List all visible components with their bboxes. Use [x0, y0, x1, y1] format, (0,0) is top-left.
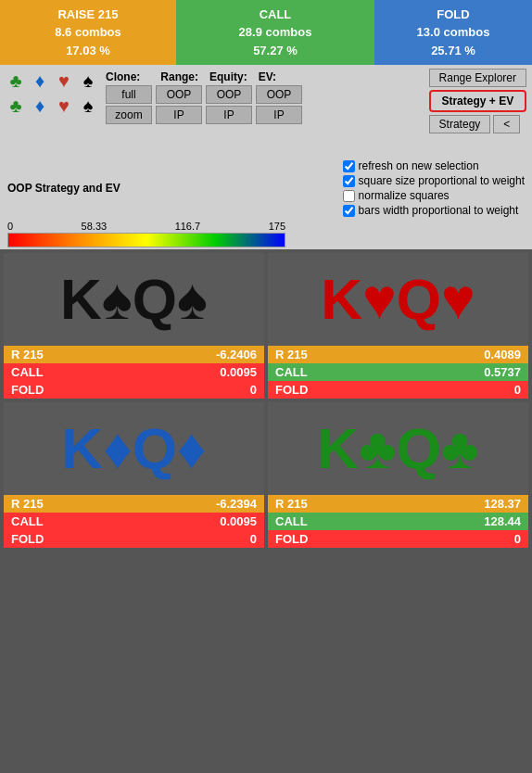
- clubs-icon: ♣: [6, 70, 26, 92]
- ev-rows-2: R 215 0.4089 CALL 0.5737 FOLD 0: [268, 346, 528, 399]
- square-size-label: square size proportional to weight: [359, 174, 525, 187]
- call-value-3: 0.0095: [220, 514, 257, 528]
- spade-suit-2: ♠: [177, 271, 208, 328]
- fold-label: FOLD: [437, 6, 469, 24]
- range-explorer-button[interactable]: Range Explorer: [429, 69, 526, 87]
- call-label-4: CALL: [275, 514, 308, 528]
- clone-label: Clone:: [106, 69, 140, 83]
- normalize-label: normalize squares: [359, 189, 450, 202]
- range-label: Range:: [160, 69, 198, 83]
- fold-value-1: 0: [250, 383, 257, 397]
- k-letter-2: K: [321, 271, 362, 328]
- diamonds-icon: ♦: [30, 70, 50, 92]
- heart-suit-2: ♥: [441, 271, 475, 328]
- bars-width-checkbox-row: bars width proportional to weight: [343, 204, 525, 217]
- ip-button-1[interactable]: IP: [156, 106, 202, 124]
- suit-icons: ♣ ♦ ♥ ♠ ♣ ♦ ♥ ♠: [6, 69, 98, 120]
- card-ks-qs: K ♠ Q ♠ R 215 -6.2406 CALL 0.0095 FOLD 0: [4, 253, 264, 399]
- top-action-bar: RAISE 215 8.6 combos 17.03 % CALL 28.9 c…: [0, 0, 532, 65]
- club-suit-1: ♣: [359, 420, 397, 477]
- right-buttons: Range Explorer Strategy + EV Strategy <: [429, 69, 526, 133]
- diamond-suit-2: ♦: [177, 420, 207, 477]
- zoom-button[interactable]: zoom: [106, 106, 152, 124]
- fold-value-3: 0: [250, 532, 257, 546]
- scale-0: 0: [7, 221, 13, 232]
- square-size-checkbox[interactable]: [343, 175, 355, 187]
- raise-combos: 8.6 combos: [55, 23, 121, 42]
- ev-label: EV:: [259, 69, 276, 83]
- k-letter-4: K: [317, 420, 359, 477]
- q-letter-4: Q: [397, 420, 441, 477]
- fold-label-2: FOLD: [275, 383, 308, 397]
- card-grid: K ♠ Q ♠ R 215 -6.2406 CALL 0.0095 FOLD 0…: [0, 249, 532, 551]
- raise-value-1: -6.2406: [216, 348, 257, 361]
- q-letter-1: Q: [133, 271, 177, 328]
- hearts-icon: ♥: [54, 70, 74, 92]
- suit-row-bottom: ♣ ♦ ♥ ♠: [6, 95, 98, 117]
- card-kh-qh: K ♥ Q ♥ R 215 0.4089 CALL 0.5737 FOLD 0: [268, 253, 528, 399]
- q-letter-2: Q: [397, 271, 441, 328]
- fold-section[interactable]: FOLD 13.0 combos 25.71 %: [374, 0, 532, 65]
- club-suit-2: ♣: [441, 420, 479, 477]
- ev-fold-1: FOLD 0: [4, 381, 264, 399]
- clubs-icon-2: ♣: [6, 95, 26, 117]
- raise-value-2: 0.4089: [484, 348, 521, 361]
- info-row: OOP Strategy and EV refresh on new selec…: [0, 158, 532, 249]
- ev-raise-3: R 215 -6.2394: [4, 495, 264, 513]
- raise-pct: 17.03 %: [66, 42, 110, 60]
- card-kd-qd: K ♦ Q ♦ R 215 -6.2394 CALL 0.0095 FOLD 0: [4, 402, 264, 548]
- ip-button-2[interactable]: IP: [206, 106, 252, 124]
- raise-label: RAISE 215: [57, 6, 118, 24]
- call-value-4: 128.44: [484, 514, 521, 528]
- call-label-3: CALL: [11, 514, 44, 528]
- bars-width-label: bars width proportional to weight: [359, 204, 519, 217]
- call-label-2: CALL: [275, 365, 308, 379]
- refresh-checkbox[interactable]: [343, 160, 355, 172]
- fold-label-4: FOLD: [275, 532, 308, 546]
- square-size-checkbox-row: square size proportional to weight: [343, 174, 525, 187]
- call-value-2: 0.5737: [484, 365, 521, 379]
- k-letter-3: K: [61, 420, 103, 477]
- equity-label: Equity:: [209, 69, 247, 83]
- color-scale-bar: [7, 233, 285, 247]
- arrow-button[interactable]: <: [493, 115, 520, 133]
- fold-value-2: 0: [514, 383, 521, 397]
- fold-label-1: FOLD: [11, 383, 44, 397]
- raise-value-4: 128.37: [484, 497, 521, 511]
- ev-fold-4: FOLD 0: [268, 530, 528, 548]
- q-letter-3: Q: [133, 420, 177, 477]
- strategy-ev-button[interactable]: Strategy + EV: [429, 90, 526, 112]
- oop-button-3[interactable]: OOP: [256, 85, 302, 104]
- call-combos: 28.9 combos: [239, 23, 312, 42]
- ev-rows-4: R 215 128.37 CALL 128.44 FOLD 0: [268, 495, 528, 548]
- card-display-kc-qc: K ♣ Q ♣: [268, 402, 528, 495]
- call-section[interactable]: CALL 28.9 combos 57.27 %: [176, 0, 374, 65]
- scale-116: 116.7: [175, 221, 201, 232]
- call-value-1: 0.0095: [220, 365, 257, 379]
- fold-combos: 13.0 combos: [417, 23, 490, 42]
- info-title: OOP Strategy and EV: [7, 182, 120, 195]
- controls-area: ♣ ♦ ♥ ♠ ♣ ♦ ♥ ♠ Clone: Range: Equity: EV…: [0, 65, 532, 158]
- suit-row-top: ♣ ♦ ♥ ♠: [6, 70, 98, 92]
- normalize-checkbox[interactable]: [343, 190, 355, 202]
- bars-width-checkbox[interactable]: [343, 205, 355, 217]
- fold-value-4: 0: [514, 532, 521, 546]
- diamonds-icon-2: ♦: [30, 95, 50, 117]
- spade-suit-1: ♠: [102, 271, 133, 328]
- ip-button-3[interactable]: IP: [256, 106, 302, 124]
- raise-section[interactable]: RAISE 215 8.6 combos 17.03 %: [0, 0, 176, 65]
- oop-button-1[interactable]: OOP: [156, 85, 202, 104]
- ev-fold-2: FOLD 0: [268, 381, 528, 399]
- refresh-checkbox-row: refresh on new selection: [343, 159, 525, 172]
- refresh-label: refresh on new selection: [359, 159, 479, 172]
- oop-button-2[interactable]: OOP: [206, 85, 252, 104]
- ev-rows-1: R 215 -6.2406 CALL 0.0095 FOLD 0: [4, 346, 264, 399]
- spades-icon: ♠: [78, 70, 98, 92]
- full-button[interactable]: full: [106, 85, 152, 104]
- strategy-button[interactable]: Strategy: [429, 115, 491, 133]
- k-letter-1: K: [60, 271, 102, 328]
- ev-call-4: CALL 128.44: [268, 513, 528, 530]
- diamond-suit-1: ♦: [103, 420, 133, 477]
- heart-suit-1: ♥: [362, 271, 397, 328]
- card-kc-qc: K ♣ Q ♣ R 215 128.37 CALL 128.44 FOLD 0: [268, 402, 528, 548]
